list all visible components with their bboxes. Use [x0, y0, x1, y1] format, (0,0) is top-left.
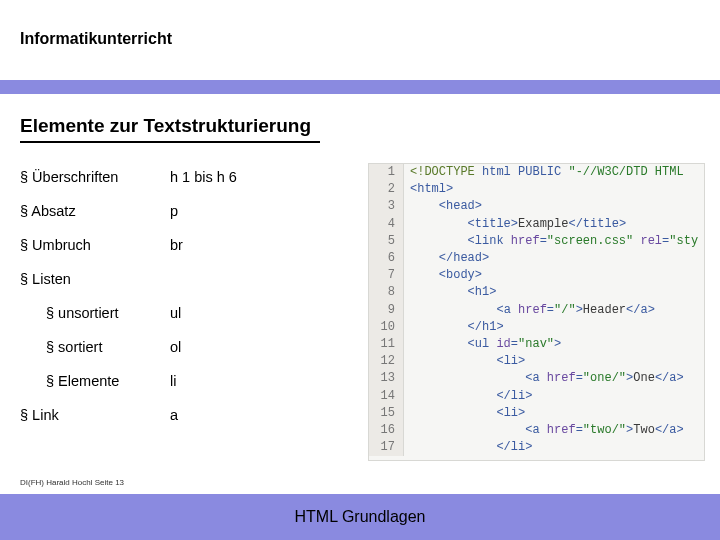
code-text: </h1>: [404, 319, 504, 336]
list-item: Listen: [20, 262, 290, 296]
footer-bar: HTML Grundlagen: [0, 494, 720, 540]
code-line: 2<html>: [369, 181, 704, 198]
code-text: <!DOCTYPE html PUBLIC "-//W3C/DTD HTML: [404, 164, 684, 181]
code-line: 8 <h1>: [369, 284, 704, 301]
list-item: Linka: [20, 398, 290, 432]
code-text: <li>: [404, 405, 525, 422]
line-number: 16: [369, 422, 404, 439]
list-item-value: li: [170, 364, 290, 398]
line-number: 12: [369, 353, 404, 370]
element-list: Überschriftenh 1 bis h 6AbsatzpUmbruchbr…: [20, 160, 290, 433]
code-snippet: 1<!DOCTYPE html PUBLIC "-//W3C/DTD HTML2…: [368, 163, 705, 461]
page-title: Informatikunterricht: [20, 30, 172, 48]
code-text: <h1>: [404, 284, 496, 301]
code-text: <head>: [404, 198, 482, 215]
line-number: 6: [369, 250, 404, 267]
list-item-label: Link: [20, 398, 170, 432]
line-number: 4: [369, 216, 404, 233]
list-item-value: ul: [170, 296, 290, 330]
code-text: </head>: [404, 250, 489, 267]
list-item: Umbruchbr: [20, 228, 290, 262]
line-number: 2: [369, 181, 404, 198]
code-line: 15 <li>: [369, 405, 704, 422]
list-item-label: unsortiert: [46, 296, 170, 330]
line-number: 1: [369, 164, 404, 181]
list-item-label: Überschriften: [20, 160, 170, 194]
code-text: <a href="two/">Two</a>: [404, 422, 684, 439]
line-number: 15: [369, 405, 404, 422]
line-number: 11: [369, 336, 404, 353]
code-text: <title>Example</title>: [404, 216, 626, 233]
code-text: <a href="/">Header</a>: [404, 302, 655, 319]
footer-topic: HTML Grundlagen: [294, 508, 425, 526]
slide: Informatikunterricht Elemente zur Textst…: [0, 0, 720, 540]
list-item: Überschriftenh 1 bis h 6: [20, 160, 290, 194]
code-text: <li>: [404, 353, 525, 370]
code-text: <ul id="nav">: [404, 336, 561, 353]
footer-attribution: DI(FH) Harald Hochl Seite 13: [20, 478, 124, 487]
list-item: Absatzp: [20, 194, 290, 228]
header-divider: [0, 80, 720, 94]
code-line: 6 </head>: [369, 250, 704, 267]
line-number: 17: [369, 439, 404, 456]
code-line: 13 <a href="one/">One</a>: [369, 370, 704, 387]
code-line: 7 <body>: [369, 267, 704, 284]
code-text: </li>: [404, 388, 532, 405]
code-text: <body>: [404, 267, 482, 284]
list-item: unsortiertul: [20, 296, 290, 330]
list-item-value: a: [170, 398, 290, 432]
line-number: 3: [369, 198, 404, 215]
line-number: 9: [369, 302, 404, 319]
list-item-label: Elemente: [46, 364, 170, 398]
list-item-label: Umbruch: [20, 228, 170, 262]
code-line: 4 <title>Example</title>: [369, 216, 704, 233]
list-item-label: Listen: [20, 262, 170, 296]
list-item-value: p: [170, 194, 290, 228]
code-line: 12 <li>: [369, 353, 704, 370]
code-text: <a href="one/">One</a>: [404, 370, 684, 387]
line-number: 13: [369, 370, 404, 387]
code-line: 14 </li>: [369, 388, 704, 405]
code-line: 1<!DOCTYPE html PUBLIC "-//W3C/DTD HTML: [369, 164, 704, 181]
line-number: 8: [369, 284, 404, 301]
line-number: 7: [369, 267, 404, 284]
list-item-value: ol: [170, 330, 290, 364]
code-text: </li>: [404, 439, 532, 456]
code-line: 17 </li>: [369, 439, 704, 456]
list-item-label: Absatz: [20, 194, 170, 228]
code-line: 11 <ul id="nav">: [369, 336, 704, 353]
list-item: sortiertol: [20, 330, 290, 364]
line-number: 14: [369, 388, 404, 405]
line-number: 10: [369, 319, 404, 336]
code-line: 16 <a href="two/">Two</a>: [369, 422, 704, 439]
line-number: 5: [369, 233, 404, 250]
list-item-label: sortiert: [46, 330, 170, 364]
list-item: Elementeli: [20, 364, 290, 398]
section-title: Elemente zur Textstrukturierung: [20, 115, 320, 143]
code-line: 3 <head>: [369, 198, 704, 215]
code-text: <html>: [404, 181, 453, 198]
code-text: <link href="screen.css" rel="sty: [404, 233, 698, 250]
code-line: 9 <a href="/">Header</a>: [369, 302, 704, 319]
list-item-value: br: [170, 228, 290, 262]
list-item-value: h 1 bis h 6: [170, 160, 290, 194]
code-line: 5 <link href="screen.css" rel="sty: [369, 233, 704, 250]
code-line: 10 </h1>: [369, 319, 704, 336]
list-item-value: [170, 262, 290, 296]
